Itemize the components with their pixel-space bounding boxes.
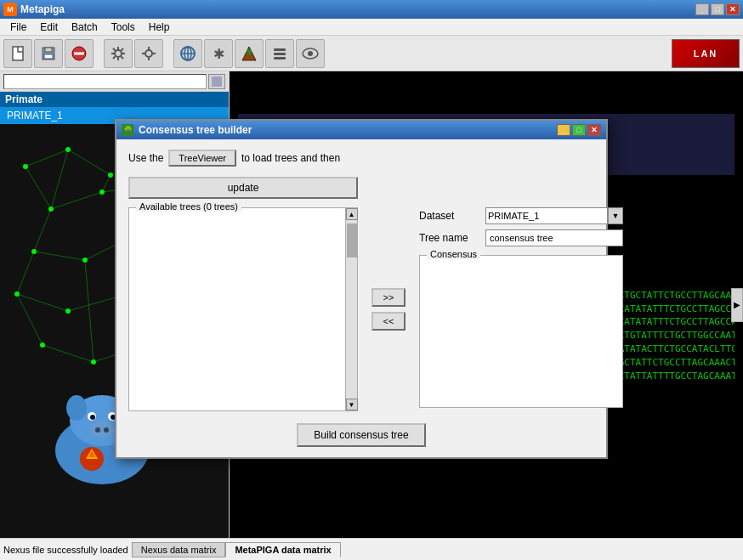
modal-overlay: 🌳 Consensus tree builder _ □ ✕ xyxy=(0,0,743,560)
consensus-legend: Consensus xyxy=(427,249,480,259)
modal-title-bar: 🌳 Consensus tree builder _ □ ✕ xyxy=(116,121,606,139)
transfer-buttons: >> << xyxy=(366,207,411,411)
dataset-row: Dataset ▼ xyxy=(419,207,623,224)
transfer-back-button[interactable]: << xyxy=(372,312,406,331)
modal-title: Consensus tree builder xyxy=(139,124,252,136)
build-btn-row: Build consensus tree xyxy=(128,423,594,447)
treename-row: Tree name xyxy=(419,229,623,246)
modal-content: Use the TreeViewer to load trees and the… xyxy=(116,139,606,457)
dataset-select-wrapper: ▼ xyxy=(485,207,623,224)
use-the-label: Use the xyxy=(128,152,163,164)
treename-label: Tree name xyxy=(419,232,479,244)
consensus-group: Consensus xyxy=(419,255,623,408)
load-then-label: to load trees and then xyxy=(241,152,340,164)
treeviewer-button[interactable]: TreeViewer xyxy=(168,150,236,167)
modal-minimize-button[interactable]: _ xyxy=(557,124,570,136)
modal-maximize-button[interactable]: □ xyxy=(572,124,586,136)
build-consensus-button[interactable]: Build consensus tree xyxy=(297,423,425,447)
avail-trees-scrollbar: ▲ ▼ xyxy=(345,208,357,410)
dataset-dropdown-arrow[interactable]: ▼ xyxy=(608,207,623,224)
modal-right-col: Dataset ▼ Tree name xyxy=(419,207,623,411)
modal-left-col: Available trees (0 trees) ▲ ▼ xyxy=(128,207,358,411)
dataset-select[interactable] xyxy=(485,207,608,224)
modal-columns: Available trees (0 trees) ▲ ▼ >> << xyxy=(128,207,594,411)
modal-title-controls: _ □ ✕ xyxy=(557,124,601,136)
main-window: M Metapiga _ □ ✕ File Edit Batch Tools H… xyxy=(0,0,743,560)
modal-close-button[interactable]: ✕ xyxy=(587,124,601,136)
treename-input[interactable] xyxy=(485,229,623,246)
avail-trees-legend: Available trees (0 trees) xyxy=(136,201,241,212)
modal-dialog: 🌳 Consensus tree builder _ □ ✕ xyxy=(115,119,608,459)
modal-title-icon: 🌳 xyxy=(122,124,133,136)
modal-top-row: Use the TreeViewer to load trees and the… xyxy=(128,150,594,167)
transfer-forward-button[interactable]: >> xyxy=(372,288,406,307)
available-trees-group: Available trees (0 trees) ▲ ▼ xyxy=(128,207,358,411)
scroll-down-arrow[interactable]: ▼ xyxy=(346,399,358,410)
update-button[interactable]: update xyxy=(128,177,358,199)
dataset-label: Dataset xyxy=(419,210,479,222)
scroll-thumb[interactable] xyxy=(347,223,357,257)
scroll-up-arrow[interactable]: ▲ xyxy=(346,208,358,220)
